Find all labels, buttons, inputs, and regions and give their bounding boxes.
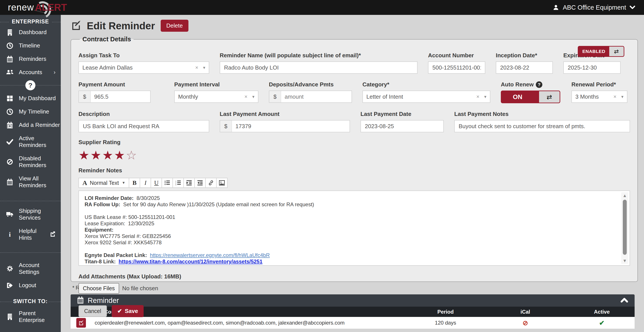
sidebar-item-my-timeline[interactable]: My Timeline (0, 105, 61, 118)
reminder-notes-content: LOI Reminder Date: 8/30/2025RA Follow Up… (84, 195, 614, 265)
sidebar-item-view-all-reminders[interactable]: View All Reminders (0, 172, 61, 192)
payment-amount-input[interactable] (91, 91, 150, 102)
sidebar-item-active-reminders[interactable]: Active Reminders (0, 132, 61, 152)
account-number-input[interactable] (428, 62, 485, 74)
ical-disabled-icon: ⊘ (522, 319, 528, 326)
underline-button[interactable]: U (150, 178, 162, 188)
scroll-up-icon[interactable]: ▲ (622, 192, 627, 199)
save-button[interactable]: ✔ Save (112, 305, 144, 317)
sidebar-item-label: Shipping Services (19, 208, 61, 221)
choose-files-button[interactable]: Choose Files (78, 283, 119, 294)
note-text: Set for 90 day Auto Renew )11/30/2025 (U… (120, 201, 314, 207)
logo-text-renew: renew (8, 2, 34, 13)
deposits-input[interactable] (281, 91, 352, 102)
question-circle-icon[interactable]: ? (25, 80, 36, 90)
building-icon (5, 313, 14, 320)
check-icon: ✔ (118, 308, 122, 314)
supplier-rating-stars[interactable]: ★★★★☆ (78, 149, 138, 161)
note-hyperlink[interactable]: https://renewalertserver.egnyte.com/fl/h… (150, 252, 270, 258)
note-line: Egnyte Deal Packet Link: https://renewal… (84, 252, 614, 258)
star-filled-icon[interactable]: ★ (102, 148, 114, 162)
payment-interval-select[interactable]: Monthly × ▾ (174, 91, 258, 103)
inception-date-input[interactable] (496, 62, 553, 74)
assign-task-to-select[interactable]: Lease Admin Dallas × ▾ (78, 62, 209, 74)
auto-renew-state: ON (502, 91, 539, 103)
scroll-down-icon[interactable]: ▼ (622, 257, 627, 264)
star-empty-icon[interactable]: ☆ (126, 148, 138, 162)
sidebar-item-label: Logout (19, 282, 36, 289)
users-icon (5, 69, 14, 76)
note-text: Xerox 9202 Serial #: XKK545778 (84, 239, 162, 245)
sidebar-item-dashboard[interactable]: Dashboard (0, 26, 61, 39)
sidebar-item-my-dashboard[interactable]: My Dashboard (0, 92, 61, 105)
scrollbar-thumb[interactable] (623, 200, 627, 255)
bold-button[interactable]: B (129, 178, 140, 188)
category-select[interactable]: Letter of Intent × ▾ (362, 91, 490, 103)
star-filled-icon[interactable]: ★ (114, 148, 126, 162)
sidebar-item-add-reminder[interactable]: Add a Reminder (0, 118, 61, 132)
active-check-icon: ✔ (599, 319, 604, 326)
last-payment-notes-input[interactable] (454, 120, 630, 132)
format-icon: A (82, 179, 87, 187)
indent-button[interactable] (194, 178, 206, 188)
clear-selection-icon[interactable]: × (614, 94, 616, 100)
cancel-button[interactable]: Cancel (78, 305, 107, 317)
reminder-notes-editor[interactable]: LOI Reminder Date: 8/30/2025RA Follow Up… (78, 190, 630, 266)
delete-button[interactable]: Delete (161, 20, 188, 32)
sidebar-item-disabled-reminders[interactable]: Disabled Reminders (0, 152, 61, 172)
italic-button[interactable]: I (140, 178, 151, 188)
clear-selection-icon[interactable]: × (195, 65, 198, 71)
category-label: Category* (362, 81, 490, 88)
auto-renew-toggle[interactable]: ON ⇄ (501, 91, 560, 103)
notes-scrollbar[interactable]: ▲ ▼ (621, 192, 628, 264)
note-hyperlink[interactable]: https://www.titan-8.com/account/12/inven… (119, 258, 262, 264)
note-line (84, 208, 614, 214)
sidebar: ENTERPRISE Dashboard Timeline Reminders … (0, 15, 61, 332)
check-icon (5, 139, 14, 145)
clear-selection-icon[interactable]: × (476, 94, 480, 100)
calendar-plus-icon (5, 122, 14, 128)
expiration-date-input[interactable] (563, 62, 620, 74)
star-filled-icon[interactable]: ★ (78, 148, 90, 162)
outdent-button[interactable] (184, 178, 195, 188)
payment-amount-label: Payment Amount (78, 81, 150, 88)
reminder-name-input[interactable] (220, 62, 418, 74)
exchange-arrows-icon: ⇄ (539, 91, 560, 103)
description-input[interactable] (78, 120, 209, 132)
user-menu[interactable]: ABC Office Equipment (552, 4, 635, 11)
sidebar-item-logout[interactable]: Logout (0, 279, 61, 292)
sidebar-item-label: Reminders (19, 56, 46, 62)
sidebar-item-timeline[interactable]: Timeline (0, 39, 61, 52)
sidebar-item-accounts[interactable]: Accounts › (0, 66, 61, 79)
row-contacts: copierdealer@renewalert.com, opam@leased… (92, 320, 410, 326)
clear-selection-icon[interactable]: × (244, 94, 248, 100)
renewal-period-value: 3 Months (575, 93, 614, 100)
sidebar-item-helpful-hints[interactable]: i Helpful Hints (0, 224, 61, 244)
top-bar: renew ALERT ABC Office Equipment (0, 0, 644, 15)
format-dropdown[interactable]: A Normal Text ▼ (78, 178, 129, 188)
last-payment-date-input[interactable] (360, 120, 444, 132)
last-payment-amount-input[interactable] (232, 121, 350, 132)
star-filled-icon[interactable]: ★ (90, 148, 102, 162)
sign-out-icon (5, 282, 14, 288)
bullet-list-button[interactable] (162, 178, 173, 188)
contract-details-section: Contract Details ENABLED ⇄ Assign Task T… (70, 36, 638, 282)
sidebar-item-parent-enterprise[interactable]: Parent Enterprise (0, 307, 61, 327)
renewal-period-select[interactable]: 3 Months × ▾ (572, 91, 628, 103)
numbered-list-button[interactable]: 123 (172, 178, 184, 188)
question-circle-icon[interactable]: ? (536, 81, 542, 88)
note-line: LOI Reminder Date: 8/30/2025 (84, 195, 614, 201)
sidebar-item-shipping-services[interactable]: Shipping Services (0, 204, 61, 224)
sidebar-item-reminders[interactable]: Reminders (0, 52, 61, 66)
reminder-panel-header[interactable]: Reminder (70, 294, 634, 307)
image-icon[interactable] (216, 178, 228, 188)
chevron-up-icon[interactable] (620, 297, 628, 303)
reminder-table-body: copierdealer@renewalert.com, opam@leased… (70, 317, 634, 329)
enabled-toggle[interactable]: ENABLED ⇄ (578, 46, 624, 57)
note-line (84, 246, 614, 252)
sidebar-help-divider: ? (0, 80, 61, 90)
link-icon[interactable] (205, 178, 217, 188)
sidebar-item-label: Helpful Hints (19, 228, 46, 241)
row-edit-button[interactable] (76, 318, 86, 328)
sidebar-item-account-settings[interactable]: Account Settings (0, 258, 61, 279)
